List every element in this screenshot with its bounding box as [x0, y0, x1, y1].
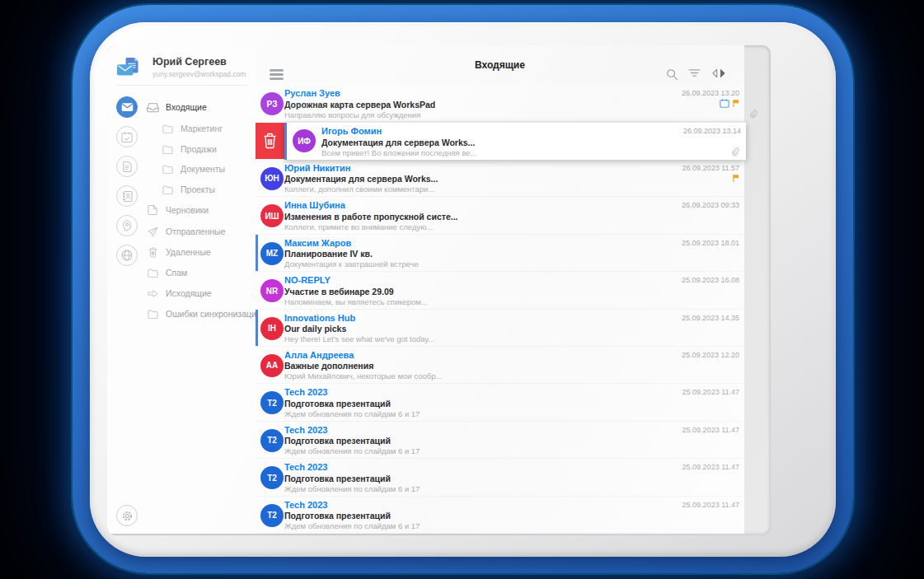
email-date: 25.09.2023 11.47 [682, 426, 739, 434]
sidebar-item-label: Черновики [166, 205, 209, 215]
email-subject: Подготовка презентаций [284, 474, 391, 483]
email-preview: Всем привет! Во вложении последняя ве... [321, 148, 477, 157]
folder-icon [160, 124, 175, 133]
swiped-email-card[interactable]: ИФИгорь ФоминДокументация для сервера Wo… [284, 123, 746, 160]
email-row[interactable]: ЮНЮрий НикитинДокументация для сервера W… [256, 160, 744, 197]
account-email: yuriy.sergeev@workspad.com [152, 70, 246, 78]
email-sender: Алла Андреева [284, 350, 354, 360]
email-date: 26.09.2023 13.20 [682, 89, 739, 97]
email-preview: Юрий Михайлович, некоторые мои сообр... [284, 371, 442, 381]
account-block[interactable]: Юрий Сергеев yuriy.sergeev@workspad.com [116, 55, 249, 83]
avatar: ИШ [260, 204, 284, 227]
email-preview: Коллеги, примите во внимание следую... [284, 222, 433, 231]
sidebar-item-проекты[interactable]: Проекты [160, 180, 215, 198]
meeting-calendar-icon [720, 99, 729, 108]
sidebar-item-спам[interactable]: Спам [145, 264, 187, 282]
avatar: T2 [260, 504, 284, 527]
email-row[interactable]: NRNO-REPLYУчастие в вебинаре 29.09Напоми… [256, 272, 744, 309]
trash-icon [145, 247, 160, 258]
avatar: T2 [260, 466, 284, 489]
email-subject: Важные дополнения [284, 361, 373, 371]
flag-icon [733, 174, 739, 183]
email-subject: Our daily picks [284, 324, 346, 334]
sidebar-divider [116, 85, 247, 86]
email-subject: Документация для сервера Works... [284, 174, 438, 184]
mail-icon [121, 102, 134, 112]
delete-swipe-action[interactable] [256, 123, 284, 158]
email-sender: Игорь Фомин [321, 126, 382, 136]
sidebar-item-продажи[interactable]: Продажи [160, 140, 217, 158]
email-row[interactable]: IHInnovations HubOur daily picksHey ther… [256, 310, 744, 347]
sidebar-item-label: Маркетинг [181, 124, 223, 133]
sidebar-item-черновики[interactable]: Черновики [145, 201, 209, 219]
sidebar-item-маркетинг[interactable]: Маркетинг [160, 119, 223, 138]
email-status-icons [720, 99, 739, 108]
paperclip-icon [731, 147, 739, 156]
email-preview: Коллеги, дополнил своими комментари... [284, 184, 434, 194]
email-preview: Документация к завтрашней встрече [284, 259, 419, 268]
email-sender: Юрий Никитин [284, 163, 350, 173]
email-date: 25.09.2023 12.20 [682, 351, 739, 359]
email-date: 25.09.2023 14.35 [682, 314, 739, 322]
sidebar-item-label: Входящие [166, 102, 207, 112]
email-preview: Напоминаем, вы являетесь спикером... [284, 297, 428, 306]
email-list-pane: Входящие РЗРуслан ЗуевДорожная карта сер… [256, 45, 744, 534]
calendar-check-icon [121, 131, 133, 143]
sidebar-item-документы[interactable]: Документы [160, 160, 225, 178]
email-row[interactable]: T2Tech 2023Подготовка презентацийЖдем об… [256, 384, 744, 421]
gear-icon [121, 510, 134, 522]
contacts-icon [122, 190, 133, 203]
globe-icon [121, 250, 133, 261]
unread-indicator [256, 235, 258, 271]
email-row[interactable]: РЗРуслан ЗуевДорожная карта сервера Work… [256, 85, 744, 122]
sidebar-item-label: Документы [181, 164, 225, 174]
avatar: MZ [260, 242, 284, 265]
avatar: ИФ [293, 129, 316, 152]
sidebar-item-отправленные[interactable]: Отправленные [145, 222, 226, 240]
email-row[interactable]: ИШИнна ШубинаИзменения в работе пропускн… [256, 197, 744, 234]
email-subject: Участие в вебинаре 29.09 [284, 287, 394, 297]
email-row[interactable]: AAАлла АндрееваВажные дополненияЮрий Мих… [256, 347, 744, 384]
rail-mail-icon[interactable] [116, 96, 138, 118]
filter-icon[interactable] [688, 68, 701, 77]
tablet-screen: Юрий Сергеев yuriy.sergeev@workspad.com … [107, 45, 771, 535]
rail-contacts-icon[interactable] [116, 185, 138, 207]
email-sender: Tech 2023 [284, 425, 327, 435]
email-subject: Дорожная карта сервера WorksPad [284, 100, 435, 110]
email-preview: Ждем обновления по слайдам 6 и 17 [284, 484, 420, 493]
email-preview: Ждем обновления по слайдам 6 и 17 [284, 521, 420, 530]
sidebar-item-удаленные[interactable]: Удаленные [145, 243, 211, 261]
sidebar: Юрий Сергеев yuriy.sergeev@workspad.com … [107, 45, 256, 534]
email-row[interactable]: T2Tech 2023Подготовка презентацийЖдем об… [256, 422, 744, 459]
email-preview: Ждем обновления по слайдам 6 и 17 [284, 446, 420, 455]
sidebar-item-label: Спам [166, 268, 187, 278]
email-date: 25.09.2023 18.01 [682, 239, 739, 247]
draft-icon [145, 204, 160, 216]
email-sender: Максим Жаров [284, 238, 351, 248]
folder-icon [145, 310, 160, 319]
email-row[interactable]: T2Tech 2023Подготовка презентацийЖдем об… [256, 459, 744, 496]
email-subject: Подготовка презентаций [284, 399, 391, 409]
email-row[interactable]: T2Tech 2023Подготовка презентацийЖдем об… [256, 497, 744, 534]
settings-button[interactable] [116, 505, 138, 526]
split-view-icon[interactable] [712, 68, 726, 78]
search-icon[interactable] [666, 68, 678, 81]
inbox-icon [145, 102, 160, 113]
email-row[interactable]: ИФИгорь ФоминДокументация для сервера Wo… [256, 122, 744, 159]
email-date: 26.09.2023 09:33 [682, 201, 739, 209]
sidebar-item-исходящие[interactable]: Исходящие [145, 284, 212, 302]
folder-icon [160, 165, 175, 174]
avatar: NR [260, 279, 284, 302]
rail-calendar-check-icon[interactable] [116, 126, 138, 147]
email-date: 25.09.2023 11.47 [682, 388, 739, 396]
sidebar-item-label: Ошибки синхронизации [166, 309, 261, 319]
rail-documents-icon[interactable] [116, 156, 138, 177]
sidebar-item-входящие[interactable]: Входящие [145, 98, 207, 116]
rail-assistant-head-icon[interactable] [116, 215, 138, 236]
avatar: РЗ [260, 92, 284, 115]
rail-globe-icon[interactable] [116, 245, 138, 266]
email-date: 25.09.2023 11.47 [682, 501, 739, 509]
email-row[interactable]: MZМаксим ЖаровПланирование IV кв.Докумен… [256, 235, 744, 272]
sidebar-item-ошибки-синхронизации[interactable]: Ошибки синхронизации [145, 305, 261, 323]
unread-indicator [284, 123, 287, 160]
